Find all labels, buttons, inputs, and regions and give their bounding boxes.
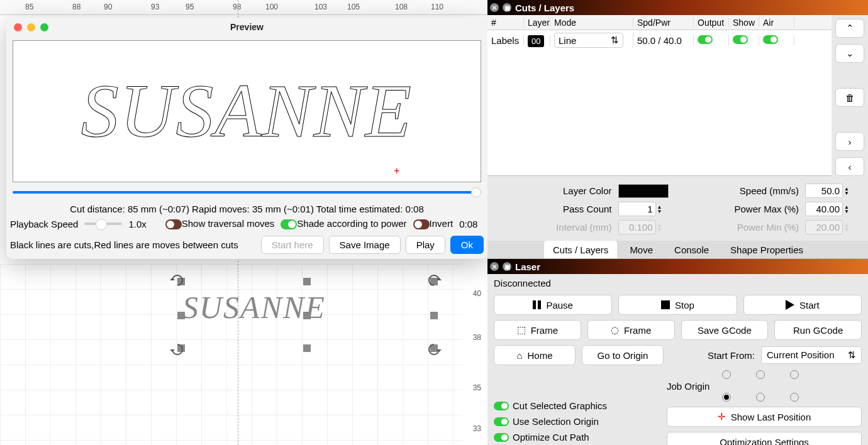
optimize-cut-path-toggle[interactable] <box>494 433 509 442</box>
panel-header[interactable]: ✕ ▣ Cuts / Layers <box>487 0 868 15</box>
prev-button[interactable]: ‹ <box>835 157 864 176</box>
move-up-button[interactable]: ⌃ <box>835 19 864 38</box>
chevron-down-icon: ⌄ <box>846 48 854 59</box>
progress-slider[interactable] <box>13 186 481 199</box>
tab-console[interactable]: Console <box>665 241 718 258</box>
tab-shape[interactable]: Shape Properties <box>721 241 812 258</box>
spinner-icon[interactable]: ▲▼ <box>657 205 662 214</box>
detach-icon[interactable]: ▣ <box>503 262 511 271</box>
rotate-handle-icon[interactable] <box>170 342 185 357</box>
frame-circle-button[interactable]: ◌Frame <box>587 320 675 340</box>
job-origin-label: Job Origin <box>667 381 709 392</box>
window-titlebar: Preview <box>6 18 487 36</box>
spinner-icon[interactable]: ▲▼ <box>844 187 849 195</box>
power-min-input <box>805 220 843 234</box>
layer-properties: Layer Color Speed (mm/s) ▲▼ Pass Count ▲… <box>487 180 868 238</box>
playback-speed-value: 1.0x <box>128 219 146 229</box>
playback-speed-slider[interactable] <box>84 222 122 225</box>
power-max-input[interactable] <box>805 202 843 216</box>
selection-handle[interactable] <box>177 312 185 319</box>
show-last-position-button[interactable]: ✛Show Last Position <box>667 407 862 427</box>
origin-radio[interactable] <box>722 393 731 402</box>
preview-canvas: SUSANNE + <box>13 40 481 182</box>
origin-radio[interactable] <box>756 370 765 379</box>
chevron-updown-icon: ⇅ <box>611 35 619 46</box>
optimization-settings-button[interactable]: Optimization Settings <box>667 432 862 445</box>
pause-icon <box>533 300 541 309</box>
chevron-left-icon: ‹ <box>849 162 852 172</box>
chevron-updown-icon: ⇅ <box>848 349 856 361</box>
origin-radio[interactable] <box>722 370 731 379</box>
use-selection-origin-toggle[interactable] <box>494 417 509 426</box>
rotate-handle-icon[interactable] <box>426 342 442 357</box>
preview-hint: Black lines are cuts,Red lines are moves… <box>10 239 238 250</box>
invert-toggle[interactable] <box>413 219 430 229</box>
goto-origin-button[interactable]: Go to Origin <box>582 345 664 365</box>
trash-icon: 🗑 <box>845 92 855 103</box>
tab-move[interactable]: Move <box>621 241 662 258</box>
close-icon[interactable]: ✕ <box>490 3 499 12</box>
panel-tabs: Cuts / Layers Move Console Shape Propert… <box>487 241 868 258</box>
ok-button[interactable]: Ok <box>450 236 484 254</box>
play-button[interactable]: Play <box>406 236 445 254</box>
save-image-button[interactable]: Save Image <box>329 236 401 254</box>
tab-cuts[interactable]: Cuts / Layers <box>544 241 617 258</box>
show-toggle[interactable] <box>733 35 748 44</box>
stop-icon <box>661 300 670 309</box>
output-toggle[interactable] <box>698 35 713 44</box>
stop-button[interactable]: Stop <box>618 295 737 315</box>
selection-handle[interactable] <box>303 344 311 352</box>
speed-input[interactable] <box>805 184 843 198</box>
close-icon[interactable]: ✕ <box>490 262 499 271</box>
selection-handle[interactable] <box>303 278 311 285</box>
cuts-layers-panel: ✕ ▣ Cuts / Layers # Layer Mode Spd/Pwr O… <box>487 0 868 259</box>
shade-power-toggle[interactable] <box>281 219 297 229</box>
preview-time: 0:08 <box>459 219 477 229</box>
home-icon: ⌂ <box>516 350 522 361</box>
frame-rect-button[interactable]: ⬚Frame <box>494 320 581 340</box>
playback-speed-label: Playback Speed <box>10 219 78 229</box>
mode-select[interactable]: Line⇅ <box>554 33 623 48</box>
selection-handle[interactable] <box>430 312 438 319</box>
delete-button[interactable]: 🗑 <box>835 88 864 107</box>
detach-icon[interactable]: ▣ <box>503 3 511 12</box>
layer-row[interactable]: Labels 00 Line⇅ 50.0 / 40.0 <box>487 30 832 50</box>
panel-header[interactable]: ✕ ▣ Laser <box>487 259 868 274</box>
layer-badge: 00 <box>528 35 544 47</box>
start-here-button[interactable]: Start here <box>261 236 324 254</box>
spinner-icon[interactable]: ▲▼ <box>844 205 849 214</box>
pause-button[interactable]: Pause <box>494 295 612 315</box>
start-from-select[interactable]: Current Position⇅ <box>761 346 862 364</box>
cut-selected-toggle[interactable] <box>494 402 509 410</box>
layer-color-swatch[interactable] <box>618 184 669 198</box>
rotate-handle-icon[interactable] <box>426 273 442 288</box>
origin-radio[interactable] <box>756 393 765 402</box>
home-button[interactable]: ⌂Home <box>494 345 576 365</box>
play-icon <box>786 300 794 310</box>
rotate-handle-icon[interactable] <box>170 273 185 288</box>
ruler-horizontal: 85 88 90 93 95 98 100 103 105 108 110 <box>0 0 487 15</box>
selection-handle[interactable] <box>303 312 311 319</box>
preview-window: Preview SUSANNE + Cut distance: 85 mm (~… <box>6 18 487 259</box>
spinner-icon: ▲▼ <box>657 223 662 232</box>
frame-rect-icon: ⬚ <box>517 324 526 336</box>
save-gcode-button[interactable]: Save GCode <box>681 320 769 340</box>
show-traversal-toggle[interactable] <box>165 219 182 229</box>
air-toggle[interactable] <box>763 35 778 44</box>
cursor-cross-icon: + <box>394 165 399 177</box>
run-gcode-button[interactable]: Run GCode <box>774 320 862 340</box>
job-origin-grid[interactable] <box>722 370 805 402</box>
pass-count-input[interactable] <box>618 202 656 216</box>
move-down-button[interactable]: ⌄ <box>835 44 864 63</box>
frame-circle-icon: ◌ <box>611 324 619 336</box>
origin-radio[interactable] <box>790 393 799 402</box>
laser-status: Disconnected <box>494 277 862 290</box>
start-button[interactable]: Start <box>743 295 862 315</box>
preview-stats: Cut distance: 85 mm (~0:07) Rapid moves:… <box>6 202 487 216</box>
crosshair-icon: ✛ <box>718 411 726 422</box>
chevron-right-icon: › <box>849 136 852 147</box>
canvas-text-object[interactable]: SUSANNE <box>182 289 326 326</box>
origin-radio[interactable] <box>790 370 799 379</box>
next-button[interactable]: › <box>835 132 864 151</box>
chevron-up-icon: ⌃ <box>846 23 854 34</box>
